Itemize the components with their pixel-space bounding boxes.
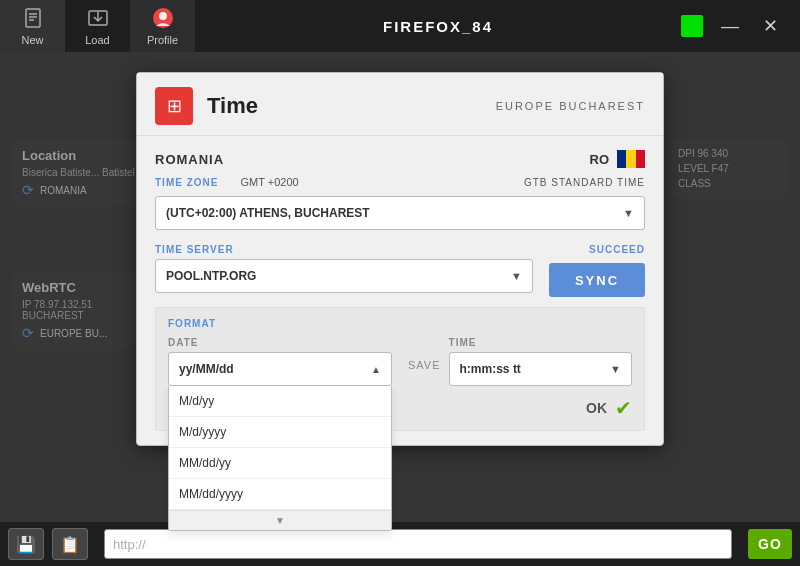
profile-icon [151,6,175,30]
url-placeholder: http:// [113,537,146,552]
date-format-col: DATE yy/MM/dd ▲ M/d/yy M/d/yyy [168,337,392,386]
modal-icon: ⊞ [155,87,193,125]
time-label: TIME [449,337,632,348]
romania-flag [617,150,645,168]
time-server-select-btn[interactable]: POOL.NTP.ORG ▼ [155,259,533,293]
copy-icon: 📋 [60,535,80,554]
modal-location: EUROPE BUCHAREST [496,100,645,112]
succeed-sync-col: SUCCEED SYNC [549,244,645,297]
load-icon [86,6,110,30]
timezone-dropdown-wrapper: (UTC+02:00) ATHENS, BUCHAREST ▼ [155,196,645,230]
time-modal: ⊞ Time EUROPE BUCHAREST ROMANIA RO [136,72,664,446]
country-row: ROMANIA RO [155,150,645,168]
modal-body: ROMANIA RO TIME ZONE GMT +0200 GTB STAND… [137,136,663,445]
profile-button[interactable]: Profile [130,0,195,52]
status-indicator [681,15,703,37]
timezone-standard: GTB STANDARD TIME [524,177,645,188]
format-row: DATE yy/MM/dd ▲ M/d/yy M/d/yyy [168,337,632,420]
timezone-label: TIME ZONE [155,177,218,188]
date-label: DATE [168,337,198,348]
close-button[interactable]: ✕ [757,13,784,39]
dropdown-option-3[interactable]: MM/dd/yyyy [169,479,391,510]
country-name: ROMANIA [155,152,224,167]
succeed-label: SUCCEED [589,244,645,255]
go-button[interactable]: GO [748,529,792,559]
title-bar: New Load Profile FIREFOX_84 — ✕ [0,0,800,52]
timezone-value: GMT +0200 [240,176,298,188]
time-server-row: TIME SERVER POOL.NTP.ORG ▼ SUCCEED SYNC [155,244,645,297]
ok-label: OK [586,400,607,416]
date-format-dropdown-menu: M/d/yy M/d/yyyy MM/dd/yy MM/dd/yyyy ▼ [168,386,392,531]
svg-point-7 [159,12,167,20]
dropdown-option-1[interactable]: M/d/yyyy [169,417,391,448]
timezone-select-btn[interactable]: (UTC+02:00) ATHENS, BUCHAREST ▼ [155,196,645,230]
dropdown-scroll-down[interactable]: ▼ [169,510,391,530]
new-icon [21,6,45,30]
dropdown-option-2[interactable]: MM/dd/yy [169,448,391,479]
minimize-button[interactable]: — [715,13,745,39]
sync-button[interactable]: SYNC [549,263,645,297]
new-button[interactable]: New [0,0,65,52]
copy-button[interactable]: 📋 [52,528,88,560]
time-server-dropdown-wrapper: POOL.NTP.ORG ▼ [155,259,533,293]
url-bar: http:// [104,529,732,559]
svg-rect-0 [26,9,40,27]
country-code-flag: RO [590,150,646,168]
time-format-btn[interactable]: h:mm:ss tt ▼ [449,352,632,386]
load-button[interactable]: Load [65,0,130,52]
time-save-row: SAVE TIME h:mm:ss tt ▼ [408,337,632,386]
ok-row: OK ✔ [408,396,632,420]
date-format-arrow: ▲ [371,364,381,375]
dropdown-option-0[interactable]: M/d/yy [169,386,391,417]
ok-check-button[interactable]: ✔ [615,396,632,420]
modal-overlay: ⊞ Time EUROPE BUCHAREST ROMANIA RO [0,52,800,522]
time-format-wrapper: h:mm:ss tt ▼ [449,352,632,386]
save-time-col: SAVE TIME h:mm:ss tt ▼ [408,337,632,420]
save-label: SAVE [408,337,441,371]
modal-title: Time [207,93,482,119]
window-controls: — ✕ [681,13,800,39]
save-icon: 💾 [16,535,36,554]
timezone-dropdown-row: (UTC+02:00) ATHENS, BUCHAREST ▼ [155,196,645,230]
window-title: FIREFOX_84 [195,18,681,35]
date-format-btn[interactable]: yy/MM/dd ▲ [168,352,392,386]
bottom-bar: 💾 📋 http:// GO [0,522,800,566]
modal-header: ⊞ Time EUROPE BUCHAREST [137,73,663,136]
time-server-label: TIME SERVER [155,244,533,255]
format-section: FORMAT DATE yy/MM/dd ▲ [155,307,645,431]
time-format-col: TIME h:mm:ss tt ▼ [449,337,632,386]
save-button[interactable]: 💾 [8,528,44,560]
time-server-col: TIME SERVER POOL.NTP.ORG ▼ [155,244,533,293]
date-format-wrapper: yy/MM/dd ▲ M/d/yy M/d/yyyy MM/dd/yy MM/d… [168,352,392,386]
timezone-row: TIME ZONE GMT +0200 GTB STANDARD TIME [155,176,645,188]
format-label: FORMAT [168,318,632,329]
